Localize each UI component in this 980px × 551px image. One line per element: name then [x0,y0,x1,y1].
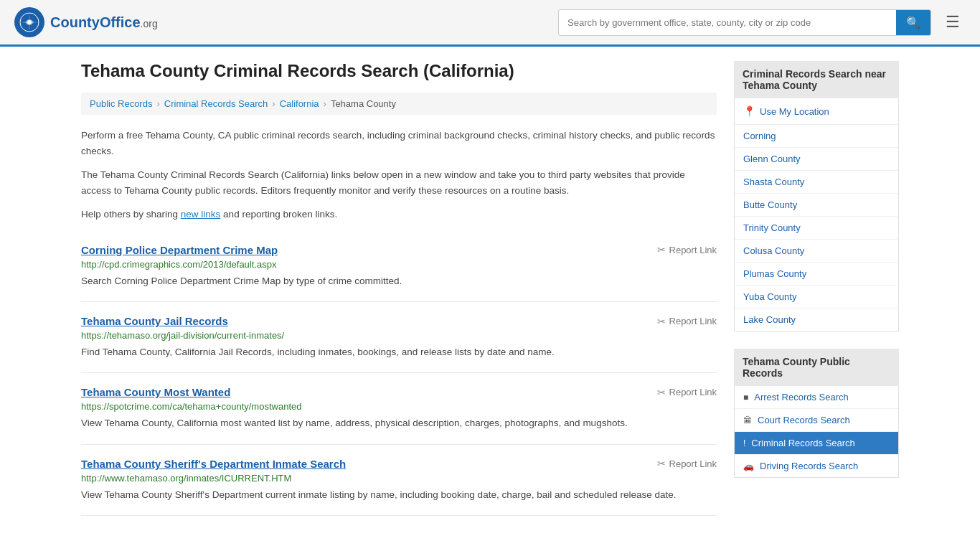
nearby-item-glenn[interactable]: Glenn County [735,148,898,171]
breadcrumb: Public Records › Criminal Records Search… [81,93,717,115]
breadcrumb-tehama-county: Tehama County [331,98,396,109]
header-right: 🔍 ☰ [558,9,966,36]
location-pin-icon: 📍 [743,105,755,117]
result-header-4: Tehama County Sheriff's Department Inmat… [81,458,717,470]
result-url-4[interactable]: http://www.tehamaso.org/inmates/ICURRENT… [81,473,717,484]
page-title: Tehama County Criminal Records Search (C… [81,61,717,81]
main-container: Tehama County Criminal Records Search (C… [67,47,913,530]
logo-text: CountyOffice.org [50,14,158,31]
sidebar-nearby-section: Criminal Records Search near Tehama Coun… [734,61,899,331]
sidebar-item-driving-records[interactable]: 🚗 Driving Records Search [735,455,898,477]
nearby-item-colusa[interactable]: Colusa County [735,240,898,263]
result-desc-4: View Tehama County Sheriff's Department … [81,488,717,502]
report-icon-1: ✂ [657,244,666,255]
breadcrumb-criminal-records-search[interactable]: Criminal Records Search [164,98,268,109]
result-title-4[interactable]: Tehama County Sheriff's Department Inmat… [81,458,346,470]
breadcrumb-sep-3: › [324,98,326,109]
sidebar-item-criminal-records[interactable]: ! Criminal Records Search [735,432,898,455]
sidebar-item-court-records[interactable]: 🏛 Court Records Search [735,409,898,432]
report-link-3[interactable]: ✂ Report Link [657,387,717,398]
result-card-3: Tehama County Most Wanted ✂ Report Link … [81,373,717,444]
menu-button[interactable]: ☰ [940,10,966,34]
site-header: CountyOffice.org 🔍 ☰ [0,0,980,47]
sidebar-nearby-heading: Criminal Records Search near Tehama Coun… [734,61,899,98]
sidebar-public-records-heading: Tehama County Public Records [734,349,899,386]
content-area: Tehama County Criminal Records Search (C… [81,61,717,516]
result-card-2: Tehama County Jail Records ✂ Report Link… [81,302,717,373]
logo-area[interactable]: CountyOffice.org [14,7,158,37]
result-title-1[interactable]: Corning Police Department Crime Map [81,244,278,256]
logo-icon [14,7,44,37]
court-records-icon: 🏛 [743,415,752,425]
search-bar[interactable]: 🔍 [558,9,931,36]
report-icon-4: ✂ [657,458,666,469]
breadcrumb-sep-1: › [156,98,159,109]
nearby-item-trinity[interactable]: Trinity County [735,217,898,240]
nearby-item-yuba[interactable]: Yuba County [735,286,898,309]
result-header-2: Tehama County Jail Records ✂ Report Link [81,315,717,327]
sidebar: Criminal Records Search near Tehama Coun… [734,61,899,516]
description-2: The Tehama County Criminal Records Searc… [81,167,717,198]
result-desc-1: Search Corning Police Department Crime M… [81,274,717,288]
result-url-1[interactable]: http://cpd.crimegraphics.com/2013/defaul… [81,259,717,270]
search-input[interactable] [559,11,896,34]
nearby-list: Corning Glenn County Shasta County Butte… [734,125,899,331]
report-link-2[interactable]: ✂ Report Link [657,316,717,327]
description-3: Help others by sharing new links and rep… [81,207,717,222]
nearby-item-shasta[interactable]: Shasta County [735,171,898,194]
arrest-records-icon: ■ [743,392,748,402]
result-desc-2: Find Tehama County, California Jail Reco… [81,345,717,359]
result-title-3[interactable]: Tehama County Most Wanted [81,386,230,398]
breadcrumb-public-records[interactable]: Public Records [90,98,152,109]
new-links-link[interactable]: new links [181,209,221,220]
result-header-1: Corning Police Department Crime Map ✂ Re… [81,244,717,256]
result-title-2[interactable]: Tehama County Jail Records [81,315,228,327]
result-card-1: Corning Police Department Crime Map ✂ Re… [81,231,717,302]
sidebar-item-arrest-records[interactable]: ■ Arrest Records Search [735,386,898,409]
report-icon-3: ✂ [657,387,666,398]
nearby-item-lake[interactable]: Lake County [735,309,898,331]
criminal-records-icon: ! [743,438,745,448]
search-button[interactable]: 🔍 [896,10,930,35]
description-1: Perform a free Tehama County, CA public … [81,128,717,159]
result-desc-3: View Tehama County, California most want… [81,416,717,430]
public-records-list: ■ Arrest Records Search 🏛 Court Records … [734,386,899,478]
result-url-2[interactable]: https://tehamaso.org/jail-division/curre… [81,330,717,341]
report-icon-2: ✂ [657,316,666,327]
use-location-button[interactable]: 📍 Use My Location [734,98,899,125]
sidebar-public-records-section: Tehama County Public Records ■ Arrest Re… [734,349,899,478]
result-header-3: Tehama County Most Wanted ✂ Report Link [81,386,717,398]
result-card-4: Tehama County Sheriff's Department Inmat… [81,445,717,516]
driving-records-icon: 🚗 [743,461,754,471]
report-link-4[interactable]: ✂ Report Link [657,458,717,469]
breadcrumb-california[interactable]: California [280,98,319,109]
nearby-item-corning[interactable]: Corning [735,125,898,148]
breadcrumb-sep-2: › [272,98,275,109]
report-link-1[interactable]: ✂ Report Link [657,244,717,255]
result-url-3[interactable]: https://spotcrime.com/ca/tehama+county/m… [81,401,717,412]
nearby-item-butte[interactable]: Butte County [735,194,898,217]
nearby-item-plumas[interactable]: Plumas County [735,263,898,286]
